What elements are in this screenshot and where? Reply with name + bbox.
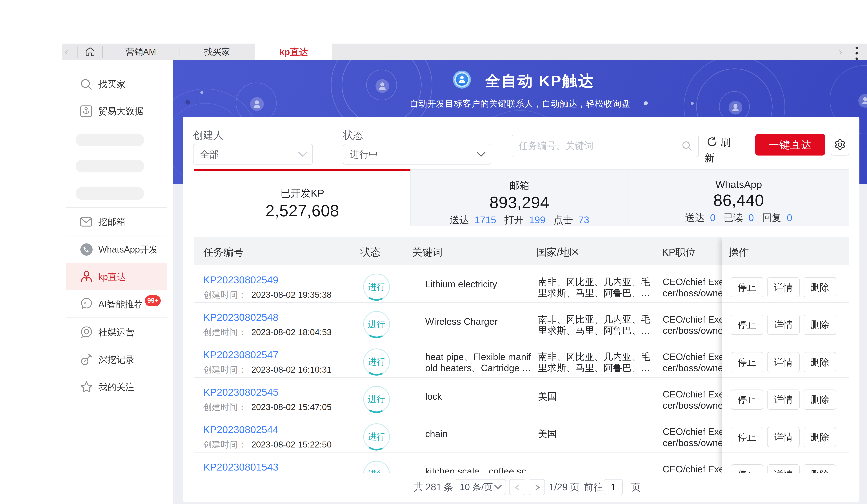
- svg-text:进行: 进行: [368, 282, 385, 292]
- svg-text:进行: 进行: [368, 394, 385, 404]
- svg-text:AI: AI: [84, 301, 88, 306]
- svg-text:进行: 进行: [368, 319, 385, 329]
- svg-text:进行: 进行: [368, 432, 385, 441]
- svg-text:进行: 进行: [368, 357, 385, 366]
- svg-text:进行: 进行: [368, 469, 385, 473]
